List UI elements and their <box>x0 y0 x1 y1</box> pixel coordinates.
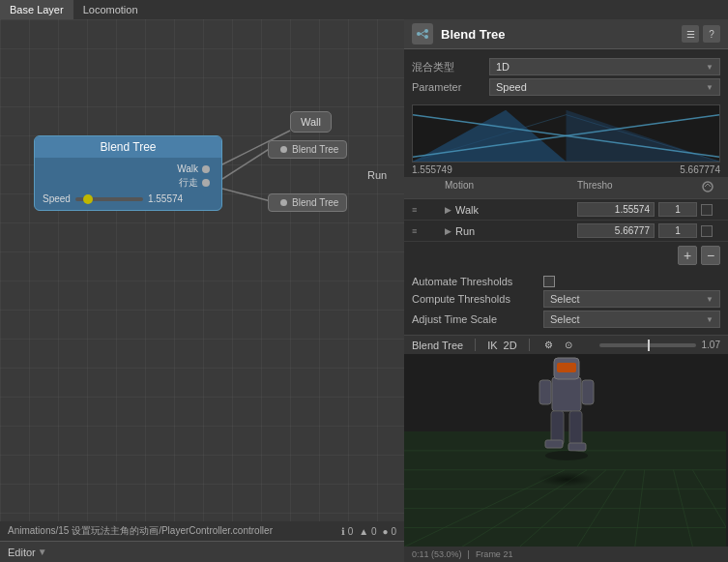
bt-run-label: Blend Tree <box>292 197 338 208</box>
rp-header: Blend Tree ☰ ? <box>404 19 728 49</box>
motion-section: Motion Thresho ≡ ▶ Walk <box>404 177 728 242</box>
walk-check[interactable] <box>701 204 713 216</box>
run-check[interactable] <box>701 225 713 237</box>
warn-icon: ▲ <box>359 526 368 537</box>
playback-timeline[interactable] <box>599 343 696 347</box>
status-text: Animations/15 设置玩法主角的动画/PlayerController… <box>8 524 273 538</box>
character-shadow <box>538 472 596 487</box>
playback-label: Blend Tree <box>412 340 463 351</box>
node-wall[interactable]: Wall <box>290 111 332 133</box>
playback-clock-btn[interactable]: ⊙ <box>562 339 575 351</box>
left-panel: Blend Tree Walk 行走 Speed <box>0 19 404 562</box>
remove-motion-btn[interactable]: − <box>701 246 720 265</box>
rp-type-row: 混合类型 1D ▼ Parameter Speed ▼ <box>404 49 728 104</box>
info-separator: | <box>468 549 470 559</box>
svg-rect-30 <box>557 363 576 372</box>
walk-name-text: Walk <box>455 204 479 216</box>
walk-multiplier-input[interactable] <box>658 202 697 217</box>
svg-point-3 <box>417 32 421 36</box>
motion-col-check-h <box>701 180 720 195</box>
svg-rect-31 <box>539 380 551 404</box>
type-label: 混合类型 <box>412 60 489 74</box>
tab-locomotion[interactable]: Locomotion <box>73 0 148 19</box>
info-count-val: 0 <box>348 526 354 537</box>
walk-row-handle: ≡ <box>412 205 417 215</box>
motion-col-thresh: Thresho <box>577 180 655 195</box>
walk-tri-icon: ▶ <box>445 205 451 215</box>
compute-value: Select <box>550 293 580 305</box>
compute-select[interactable]: Select ▼ <box>543 290 720 308</box>
info-bar: 0:11 (53.0%) | Frame 21 <box>404 547 728 562</box>
node-bt-run[interactable]: Blend Tree <box>268 193 347 212</box>
adjust-row: Adjust Time Scale Select ▼ <box>412 311 720 328</box>
svg-point-5 <box>424 35 428 39</box>
type-dropdown[interactable]: 1D ▼ <box>489 58 720 75</box>
walk-port[interactable] <box>202 165 210 173</box>
run-multiplier-input[interactable] <box>658 223 697 238</box>
rp-icon-btn-1[interactable]: ☰ <box>682 25 699 43</box>
graph-min: 1.555749 <box>412 164 452 175</box>
tab-bar: Base Layer Locomotion <box>0 0 728 19</box>
blend-tree-icon-svg <box>416 27 429 41</box>
playback-icon-btn[interactable]: ⚙ <box>541 339 556 351</box>
parameter-label: Parameter <box>412 81 489 93</box>
svg-rect-34 <box>569 411 582 445</box>
motion-row-run[interactable]: ≡ ▶ Run <box>404 221 728 242</box>
svg-point-37 <box>545 451 588 460</box>
walk-cn-label: 行走 <box>179 176 198 190</box>
walk-port-row: Walk <box>43 163 214 174</box>
node-bt-walk[interactable]: Blend Tree <box>268 140 347 159</box>
error-count-val: 0 <box>391 526 396 537</box>
run-text: Run <box>367 169 387 181</box>
add-motion-btn[interactable]: + <box>678 246 697 265</box>
svg-rect-35 <box>545 440 563 448</box>
run-threshold-input[interactable] <box>577 223 655 238</box>
editor-dropdown-arrow[interactable]: ▼ <box>38 547 47 557</box>
blend-tree-icon <box>412 23 433 44</box>
walk-cn-port[interactable] <box>202 179 210 187</box>
right-panel: Blend Tree ☰ ? 混合类型 1D ▼ Parameter Speed… <box>404 19 728 562</box>
bottom-icons: ℹ 0 ▲ 0 ● 0 <box>341 526 396 537</box>
info-frame: Frame 21 <box>476 549 513 559</box>
playback-cursor <box>648 340 650 351</box>
motion-col-motion: Motion <box>445 180 573 195</box>
playback-bar: Blend Tree IK 2D ⚙ ⊙ 1.07 <box>404 335 728 354</box>
motion-col-mult-h <box>658 180 697 195</box>
editor-label: Editor <box>8 547 36 558</box>
graph-max: 5.667774 <box>680 164 720 175</box>
connections-svg <box>0 19 404 521</box>
playback-time: 1.07 <box>702 340 720 350</box>
playback-ik[interactable]: IK <box>487 340 497 351</box>
graph-area[interactable]: Blend Tree Walk 行走 Speed <box>0 19 404 521</box>
speed-row: Speed 1.55574 <box>43 193 214 204</box>
speed-slider[interactable] <box>75 197 143 201</box>
auto-section: Automate Thresholds Compute Thresholds S… <box>404 269 728 335</box>
warn-count-val: 0 <box>371 526 377 537</box>
run-tri-icon: ▶ <box>445 226 451 236</box>
run-name-text: Run <box>455 225 475 237</box>
svg-line-7 <box>421 34 424 37</box>
speed-value: 1.55574 <box>148 193 183 204</box>
walk-threshold-input[interactable] <box>577 202 655 217</box>
tab-base-layer-label: Base Layer <box>10 4 64 15</box>
parameter-prop-row: Parameter Speed ▼ <box>412 78 720 96</box>
automate-checkbox[interactable] <box>543 276 555 287</box>
parameter-dropdown[interactable]: Speed ▼ <box>489 78 720 96</box>
playback-2d[interactable]: 2D <box>504 340 517 351</box>
type-dropdown-arrow: ▼ <box>706 63 713 72</box>
character-svg <box>528 354 605 469</box>
blend-graph-svg <box>413 105 719 162</box>
compute-arrow: ▼ <box>706 295 713 304</box>
tab-base-layer[interactable]: Base Layer <box>0 0 73 19</box>
svg-rect-28 <box>552 377 581 411</box>
automate-row: Automate Thresholds <box>412 276 720 287</box>
rp-icon-btn-2[interactable]: ? <box>703 25 720 43</box>
svg-rect-36 <box>568 443 586 451</box>
info-time: 0:11 (53.0%) <box>412 549 462 559</box>
svg-point-4 <box>424 29 428 33</box>
adjust-select[interactable]: Select ▼ <box>543 311 720 328</box>
node-blend-tree-main[interactable]: Blend Tree Walk 行走 Speed <box>34 135 222 211</box>
motion-controls: + − <box>404 242 728 269</box>
blend-range: 1.555749 5.667774 <box>404 163 728 177</box>
motion-row-walk[interactable]: ≡ ▶ Walk <box>404 199 728 221</box>
